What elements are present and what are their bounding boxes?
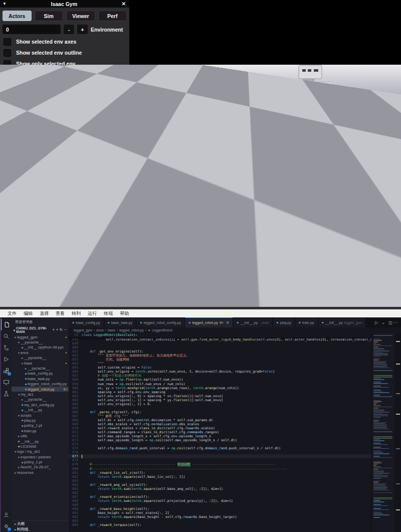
tree-item[interactable]: ▾logs / my_dz1 xyxy=(12,449,69,454)
breadcrumb-item[interactable]: LeggedRobot xyxy=(152,328,172,332)
code-line[interactable]: 874 xyxy=(69,442,371,446)
code-line[interactable]: 854 """ xyxy=(69,362,371,366)
code-line[interactable]: 882 return torch.square(self.base_lin_ve… xyxy=(69,475,371,479)
editor-tab[interactable]: ◆__init__.pylegged_gym xyxy=(318,317,366,327)
code-line[interactable]: 872 self.max_episode_length_s = self.cfg… xyxy=(69,434,371,438)
code-line[interactable]: 873 self.max_episode_length = np.ceil(se… xyxy=(69,438,371,442)
tree-item[interactable]: ◆__init__.py xyxy=(12,439,69,444)
tree-item[interactable]: ◆train.py xyxy=(12,428,69,433)
body-link-row[interactable]: ▶left_kenn_link xyxy=(2,176,127,187)
run-python-button[interactable]: ▷ xyxy=(375,320,378,325)
expand-arrow-icon[interactable]: ▶ xyxy=(7,180,10,184)
breadcrumb-item[interactable]: envs xyxy=(96,328,103,332)
code-line[interactable]: 891 base_height = self.root_states[:, 2] xyxy=(69,511,371,515)
tree-item[interactable]: ◆legged_robot_config.py xyxy=(12,382,69,387)
code-line[interactable]: 862 self.env_origins[:, 0] = spacing * x… xyxy=(69,394,371,398)
run-debug-icon[interactable] xyxy=(1,353,12,365)
code-line[interactable]: 866 def _parse_cfg(self, cfg): xyxy=(69,410,371,414)
editor-tab[interactable]: ◆__init__.py...envs xyxy=(233,317,273,327)
custom-actor-color-checkbox[interactable] xyxy=(4,89,11,96)
breadcrumb-item[interactable]: legged_robot.py xyxy=(119,328,144,332)
code-line[interactable]: 893 xyxy=(69,519,371,523)
code-line[interactable]: 857 # 创建一个机器人的网格布局 xyxy=(69,374,371,378)
refresh-icon[interactable]: ↻ xyxy=(60,328,63,332)
body-link-row[interactable]: ▶right_hip_roll_link xyxy=(2,214,127,225)
code-line[interactable]: 892 return torch.square(base_height - se… xyxy=(69,515,371,519)
code-line[interactable]: 876 xyxy=(69,450,371,454)
code-line[interactable]: 849 xyxy=(69,341,371,345)
tree-item[interactable]: ◆my_dz1_config.py xyxy=(12,402,69,407)
tree-item[interactable]: ▾__pycache__ xyxy=(12,339,69,344)
code-line[interactable]: 859 num_rows = np.ceil(self.num_envs / n… xyxy=(69,382,371,386)
expand-arrow-icon[interactable]: ▶ xyxy=(7,242,10,247)
expand-arrow-icon[interactable]: ▶ xyxy=(7,142,10,146)
menu-item[interactable]: 转到 xyxy=(68,310,84,317)
tree-item[interactable]: ▾envs● xyxy=(12,350,69,355)
code-lines[interactable]: 848 self.termination_contact_indices[i] … xyxy=(69,337,371,532)
environment-input[interactable]: 0 xyxy=(3,25,61,34)
actor-select[interactable]: cw_jz_1 ▼ xyxy=(3,75,89,85)
tree-item[interactable]: ◆policy_1.pt xyxy=(12,423,69,428)
code-line[interactable]: 860 xx, yy = torch.meshgrid(torch.arange… xyxy=(69,386,371,390)
body-link-row[interactable]: ▶left_hip_roll_link xyxy=(2,164,127,174)
tree-item[interactable]: ◆__init__.cpython-38.pyc xyxy=(12,345,69,350)
menu-item[interactable]: 编辑 xyxy=(20,310,36,317)
tree-item[interactable]: ◆legged_robot.py9+ xyxy=(12,387,69,392)
breadcrumb-item[interactable]: base xyxy=(108,328,115,332)
explorer-section-timeline[interactable]: ▸时间线 xyxy=(12,526,69,532)
code-line[interactable]: 889 xyxy=(69,503,371,507)
gym-tab-perf[interactable]: Perf xyxy=(98,11,127,21)
collapse-all-icon[interactable]: − xyxy=(64,328,66,332)
code-line[interactable]: 877 xyxy=(69,454,371,458)
code-line[interactable]: 887 def _reward_orientation(self): xyxy=(69,495,371,499)
body-tab-bodies[interactable]: Bodies xyxy=(3,114,32,125)
tree-item[interactable]: ◆base_task.py xyxy=(12,376,69,381)
split-editor-icon[interactable]: ⌄ xyxy=(382,320,385,325)
expand-arrow-icon[interactable]: ▶ xyxy=(7,205,10,209)
menu-item[interactable]: 文件 xyxy=(4,310,20,317)
tree-item[interactable]: ▸utils xyxy=(12,433,69,438)
body-link-row[interactable]: ▶right_jz_link xyxy=(2,239,127,250)
source-control-icon[interactable] xyxy=(1,342,12,353)
breadcrumb-item[interactable]: legged_gym xyxy=(74,328,92,332)
editor-tab[interactable]: ◆legged_robot.py9+✕ xyxy=(185,317,233,327)
remote-explorer-icon[interactable] xyxy=(1,377,12,388)
code-line[interactable]: 875 self.cfg.domain_rand.push_interval =… xyxy=(69,446,371,450)
tree-item[interactable]: ◆base_config.py xyxy=(12,371,69,376)
code-line[interactable]: 894 def _reward_torques(self): xyxy=(69,523,371,527)
expand-arrow-icon[interactable]: ▶ xyxy=(7,230,10,234)
body-link-row[interactable]: ▶base_link xyxy=(2,139,127,149)
tree-item[interactable]: ▸__pycache__ xyxy=(12,397,69,402)
menu-item[interactable]: 选择 xyxy=(36,310,52,317)
tree-item[interactable]: ▾my_dz1 xyxy=(12,392,69,397)
collapse-icon[interactable]: ▼ xyxy=(3,2,7,6)
expand-arrow-icon[interactable]: ▶ xyxy=(7,217,10,222)
code-line[interactable]: 848 self.termination_contact_indices[i] … xyxy=(69,337,371,341)
editor-tab[interactable]: ◆legged_robot_config.py xyxy=(136,317,185,327)
env-decrement-button[interactable]: - xyxy=(64,25,74,34)
code-line[interactable]: 886 xyxy=(69,491,371,495)
code-editor[interactable]: 24class LeggedRobot(BaseTask): 848 self.… xyxy=(69,333,401,532)
code-line[interactable]: 870 self.reward_scales = class_to_dict(s… xyxy=(69,426,371,430)
code-line[interactable]: 885 return torch.sum(torch.square(self.b… xyxy=(69,487,371,491)
code-line[interactable]: 861 spacing = self.cfg.env.env_spacing xyxy=(69,390,371,394)
reset-actor-materials-button[interactable]: Reset Actor Materials xyxy=(3,100,67,111)
code-line[interactable]: 851 def _get_env_origins(self): xyxy=(69,349,371,353)
code-line[interactable]: 864 self.env_origins[:, 2] = 0. xyxy=(69,402,371,406)
code-line[interactable]: 881 def _reward_lin_vel_z(self): xyxy=(69,471,371,475)
tree-item[interactable]: ▾scripts xyxy=(12,413,69,418)
expand-arrow-icon[interactable]: ▶ xyxy=(7,154,10,159)
close-icon[interactable]: ✕ xyxy=(122,1,126,7)
gym-tab-sim[interactable]: Sim xyxy=(35,11,64,21)
code-line[interactable]: 850 xyxy=(69,345,371,349)
code-line[interactable]: 855 self.custom_origins = False xyxy=(69,366,371,370)
code-line[interactable]: 869 self.obs_scales = self.cfg.normaliza… xyxy=(69,422,371,426)
code-line[interactable]: 888 return torch.sum(torch.square(self.p… xyxy=(69,499,371,503)
explorer-icon[interactable] xyxy=(1,319,12,330)
account-icon[interactable] xyxy=(1,509,12,520)
menu-item[interactable]: 查看 xyxy=(52,310,68,317)
expand-arrow-icon[interactable]: ▶ xyxy=(7,192,10,197)
body-link-row[interactable]: ▶left_jz_link xyxy=(2,189,127,200)
checkbox[interactable] xyxy=(4,38,11,46)
extensions-icon[interactable] xyxy=(1,365,12,377)
